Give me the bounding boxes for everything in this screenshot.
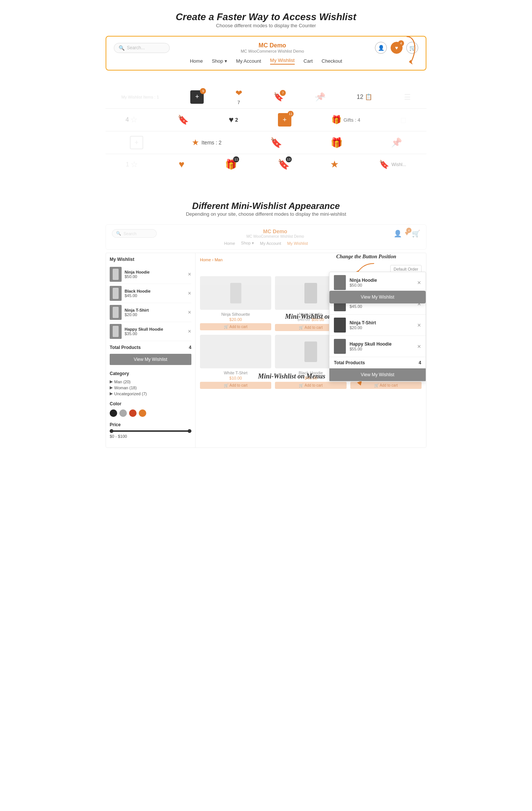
dropdown-price-4: $55.00 [350,347,413,351]
items-2-label: Items : 2 [201,140,222,146]
color-black[interactable] [110,409,117,417]
nav-checkout[interactable]: Checkout [322,58,342,64]
demo-area: My Wishlist Ninja Hoodie $50.00 ✕ [106,253,426,448]
dark-bookmark-icon: 🔖 [270,137,282,149]
dropdown-info-4: Happy Skull Hoodie $55.00 [350,341,413,351]
gifts-label: Gifts : 4 [344,117,360,123]
nav-shop[interactable]: Shop ▾ [212,58,227,64]
add-cart-label-2: Add to cart [304,325,322,330]
cart-btn-icon-5: 🛒 [299,383,303,387]
cart-icon-btn[interactable]: 🛒 [406,42,418,54]
brand2-name: MC Demo [247,228,304,234]
range-thumb-right[interactable] [188,429,191,433]
nav2-shop[interactable]: Shop ▾ [241,241,254,246]
counter-text-item: My Wishlist Items : 1 [121,95,159,99]
add-cart-btn-6[interactable]: 🛒 Add to cart [350,382,422,389]
counter-variants: My Wishlist Items : 1 + 9 ❤ 7 🔖 7 📌 [106,82,426,186]
counter-list-icon: ☰ [404,93,411,102]
product-img-4 [200,335,271,368]
counter-badge-7: 7 [280,90,286,96]
dropdown-remove-4[interactable]: ✕ [417,344,421,349]
remove-btn-3[interactable]: ✕ [188,310,191,315]
search2-icon: 🔍 [116,231,121,236]
nav-home[interactable]: Home [190,58,203,64]
breadcrumb-home[interactable]: Home [200,258,211,262]
item-thumb-1 [110,267,122,282]
counter-dark-bookmark: 🔖 [270,137,282,149]
category-title: Category [110,371,191,376]
sidebar-item-ninja-hoodie: Ninja Hoodie $50.00 ✕ [110,265,191,284]
price-range-label: $0 - $100 [110,434,191,439]
view-wishlist-btn[interactable]: View My Wishlist [110,354,191,365]
filter-uncategorized[interactable]: ▶ Uncategorized (7) [110,391,191,396]
dropdown-remove-1[interactable]: ✕ [417,280,421,286]
remove-btn-1[interactable]: ✕ [188,272,191,277]
color-gray[interactable] [119,409,127,417]
search-box[interactable]: 🔍 Search... [114,43,170,53]
item-info-2: Black Hoodie $45.00 [125,289,185,298]
counter-heart-orange: ♥ [179,159,184,170]
add-cart-btn-4[interactable]: 🛒 Add to cart [200,382,271,389]
item-thumb-3 [110,305,122,320]
dropdown-total-row: Total Products 4 [329,357,426,368]
color-red[interactable] [129,409,137,417]
remove-btn-2[interactable]: ✕ [188,291,191,296]
add-cart-btn-5[interactable]: 🛒 Add to cart [275,382,346,389]
nav-myaccount[interactable]: My Account [236,58,261,64]
remove-btn-4[interactable]: ✕ [188,329,191,334]
nav2-myaccount[interactable]: My Account [260,241,281,246]
dropdown-total-count: 4 [419,360,421,365]
filter-sidebar: My Wishlist Ninja Hoodie $50.00 ✕ [106,253,195,447]
cart-btn-icon-2: 🛒 [299,325,303,330]
nav2-mywishlist[interactable]: My Wishlist [287,241,308,246]
star-outline-icon: ☆ [130,115,138,125]
dropdown-view-bottom-btn[interactable]: View My Wishlist [329,368,426,381]
heart-icon: ♥ [395,45,398,51]
section1-subtitle: Choose different modes to display the Co… [106,23,426,28]
counter-bookmark-outline: 🔖 [178,115,189,125]
item-name-4: Happy Skull Hoodie [125,327,185,331]
nav2-home[interactable]: Home [224,241,235,246]
nav-mywishlist[interactable]: My Wishlist [270,57,295,65]
product-name-4: White T-Shirt [200,371,271,375]
person2-icon: 👤 [394,230,402,238]
category-woman: Woman (18) [114,386,137,390]
filter-woman[interactable]: ▶ Woman (18) [110,385,191,390]
filter-man[interactable]: ▶ Man (20) [110,379,191,384]
sidebar-item-ninja-tshirt: Ninja T-Shirt $20.00 ✕ [110,303,191,322]
color-filter: Color [110,401,191,417]
counter-11-gift-badge: 🎁 11 [225,159,237,170]
num-2: 2 [235,117,238,123]
breadcrumb-section: Man [215,258,222,262]
nav2-icons: 👤 ♥ 4 🛒 [394,230,420,238]
counter-badge-9: 9 [200,88,206,94]
chevron-icon-man: ▶ [110,379,113,384]
brand2-sub: MC WooCommerce Wishlist Demo [247,234,304,238]
bookmark-outline-icon: 🔖 [178,115,189,125]
counter-bookmark-badge-13: 🔖 13 [278,159,290,170]
dropdown-remove-3[interactable]: ✕ [417,322,421,328]
product-price-1: $20.00 [200,317,271,322]
dropdown-view-top-btn[interactable]: View My Wishlist [329,291,426,303]
cart-btn-icon-4: 🛒 [224,383,228,387]
add-cart-btn-1[interactable]: 🛒 Add to cart [200,323,271,330]
product-price-4: $10.00 [200,376,271,380]
section2-heading: Different Mini-Wishlist Appearance [106,201,426,211]
badge-11: 11 [288,111,294,117]
nav-cart[interactable]: Cart [304,58,313,64]
price-range-bar[interactable] [110,430,191,432]
account-icon-btn[interactable]: 👤 [375,42,387,54]
price-filter: Price $0 - $100 [110,422,191,439]
nav-icons: 👤 ♥ 4 🛒 [375,42,418,54]
nav-brand: MC Demo MC WooCommerce Wishlist Demo [241,42,304,53]
add-cart-label-4: Add to cart [229,383,247,387]
dropdown-item-1: Ninja Hoodie $50.00 ✕ [329,272,426,293]
color-orange[interactable] [139,409,146,417]
dropdown-price-3: $20.00 [350,325,413,330]
counter-heart-dark-2: ♥ 2 [229,115,238,125]
wishlist-icon-btn[interactable]: ♥ 4 [391,42,403,54]
range-thumb-left[interactable] [110,429,113,433]
svg-rect-4 [113,326,119,337]
cart2-icon: 🛒 [412,230,420,238]
cart-icon: 🛒 [409,45,416,51]
